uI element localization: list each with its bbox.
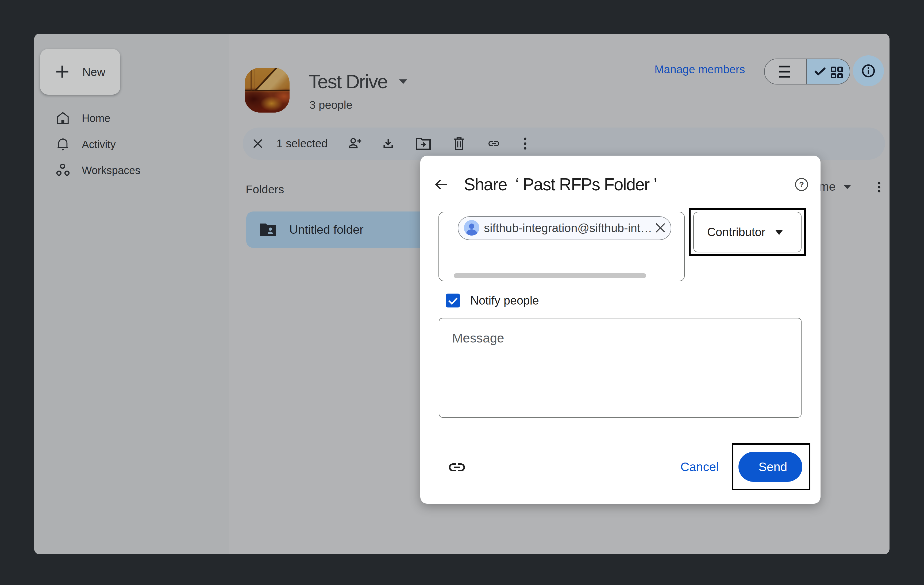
svg-text:?: ? xyxy=(799,180,804,189)
